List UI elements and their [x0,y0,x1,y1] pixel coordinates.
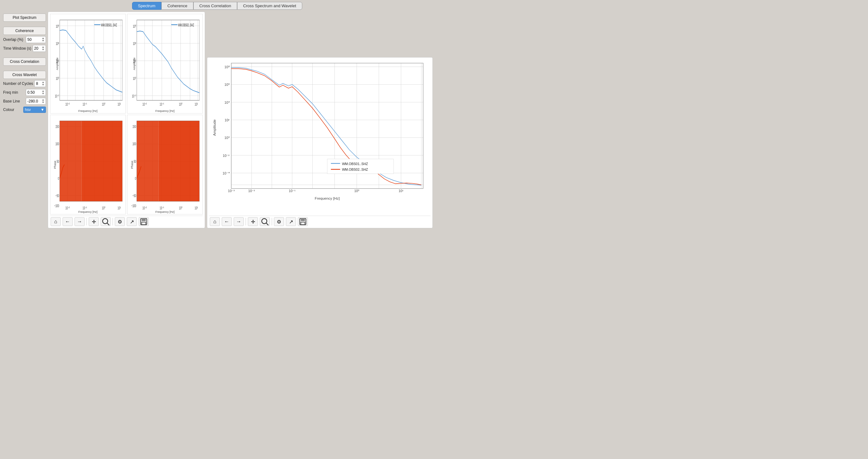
cross-correlation-button[interactable]: Cross Correlation [3,58,46,66]
back-button[interactable]: ← [63,217,73,226]
svg-text:WM.OBS01..SHZ: WM.OBS01..SHZ [101,23,117,27]
svg-text:10⁰: 10⁰ [224,136,230,140]
svg-text:10⁻¹: 10⁻¹ [289,189,296,193]
tab-coherence[interactable]: Coherence [161,2,193,10]
chart-bottom-left-xlabel: Frequency [Hz] [78,210,97,214]
chart-top-left-ylabel: Amplitude [56,57,59,70]
svg-text:50: 50 [134,159,136,164]
right-home-button[interactable]: ⌂ [210,217,220,226]
right-chart: 10⁸ 10⁶ 10⁴ 10² 10⁰ 10⁻² 10⁻⁴ 10⁻³ 10⁻² … [209,59,431,215]
num-cycles-down[interactable]: ▼ [42,84,44,86]
svg-text:10⁻²: 10⁻² [223,154,229,158]
settings-button[interactable]: ⚙ [115,217,125,226]
svg-rect-148 [301,219,305,221]
plot-spectrum-button[interactable]: Plot Spectrum [3,13,46,22]
svg-text:Frequency [Hz]: Frequency [Hz] [315,196,340,200]
svg-text:10⁴: 10⁴ [133,41,136,46]
svg-text:−100: −100 [131,204,136,208]
chart-top-left-xlabel: Frequency [Hz] [78,109,97,112]
right-toolbar-separator-2 [272,218,272,225]
svg-rect-75 [82,121,122,201]
right-zoom-button[interactable] [260,217,270,226]
svg-text:10⁰: 10⁰ [102,206,105,210]
svg-text:10⁰: 10⁰ [179,102,182,106]
svg-text:10⁰: 10⁰ [102,102,105,106]
time-window-down[interactable]: ▼ [42,48,44,51]
forward-button[interactable]: → [74,217,85,226]
right-forward-button[interactable]: → [234,217,244,226]
svg-rect-105 [142,219,146,221]
svg-text:−100: −100 [54,204,59,208]
svg-text:50: 50 [57,159,59,164]
time-window-input[interactable]: 20 ▲ ▼ [33,45,46,52]
svg-text:10⁻⁴: 10⁻⁴ [223,171,230,175]
svg-text:10⁻²: 10⁻² [248,189,255,193]
num-cycles-input[interactable]: 8 ▲ ▼ [34,80,46,87]
freq-min-label: Freq min [3,90,18,95]
svg-point-145 [262,219,267,224]
save-button[interactable] [139,217,149,226]
svg-text:WM.OBS01..SHZ: WM.OBS01..SHZ [342,162,368,166]
svg-rect-101 [159,121,199,201]
svg-line-103 [107,223,110,225]
tab-bar: Spectrum Coherence Cross Correlation Cro… [0,0,434,12]
right-settings-button[interactable]: ⚙ [274,217,284,226]
chart-bottom-right-xlabel: Frequency [Hz] [155,210,175,214]
zoom-button[interactable] [101,217,111,226]
svg-rect-138 [327,159,394,174]
right-pan-button[interactable]: ✛ [248,217,258,226]
svg-text:WM.OBS02..SHZ: WM.OBS02..SHZ [178,23,194,27]
colour-select[interactable]: hsv ▼ [23,106,46,113]
top-right-background [207,12,433,55]
svg-point-102 [102,219,107,224]
baseline-field: Base Line -280.0 ▲ ▼ [3,98,46,105]
svg-text:10²: 10² [224,118,229,122]
baseline-down[interactable]: ▼ [42,101,44,104]
freq-min-input[interactable]: 0.50 ▲ ▼ [26,89,46,96]
right-back-button[interactable]: ← [222,217,232,226]
svg-text:10⁻²: 10⁻² [132,94,136,98]
baseline-input[interactable]: -280.0 ▲ ▼ [26,98,46,105]
svg-text:10⁸: 10⁸ [224,65,230,69]
overlap-input[interactable]: 50 ▲ ▼ [26,36,46,43]
svg-text:10⁻³: 10⁻³ [228,189,235,193]
svg-text:10¹: 10¹ [195,102,198,106]
svg-text:Amplitude: Amplitude [212,120,216,136]
svg-text:10⁻²: 10⁻² [65,102,70,106]
cross-wavelet-button[interactable]: Cross Wavelet [3,71,46,79]
svg-text:10⁰: 10⁰ [56,76,59,81]
home-button[interactable]: ⌂ [51,217,61,226]
overlap-field: Overlap (%) 50 ▲ ▼ [3,36,46,43]
chart-bottom-right: 150 100 50 0 −50 −100 10⁻² 10⁻¹ 10⁰ 10¹ [127,115,203,215]
svg-text:10⁴: 10⁴ [56,41,59,46]
baseline-label: Base Line [3,99,20,103]
chart-bottom-right-ylabel: Phase [130,161,134,169]
svg-text:10⁴: 10⁴ [224,101,230,104]
chart-top-left: 10⁶ 10⁴ 10² 10⁰ 10⁻² 10⁻² 10⁻¹ 10⁰ 10¹ [50,14,126,113]
coherence-button[interactable]: Coherence [3,27,46,35]
svg-text:10⁰: 10⁰ [133,76,136,81]
right-save-button[interactable] [298,217,308,226]
tab-spectrum[interactable]: Spectrum [132,2,162,10]
overlap-down[interactable]: ▼ [42,40,44,42]
svg-text:10¹: 10¹ [118,102,121,106]
chart-top-right-ylabel: Amplitude [133,57,136,70]
right-chart-toolbar: ⌂ ← → ✛ ⚙ ↗ [209,216,431,227]
chart-top-right: 10⁶ 10⁴ 10² 10⁰ 10⁻² 10⁻² 10⁻¹ 10⁰ 10¹ W… [127,14,203,113]
svg-rect-74 [60,121,82,201]
colour-field: Colour hsv ▼ [3,106,46,113]
right-trend-button[interactable]: ↗ [286,217,296,226]
freq-min-down[interactable]: ▼ [42,92,44,95]
svg-text:10⁰: 10⁰ [354,189,360,193]
colour-label: Colour [3,107,14,112]
toolbar-separator-2 [113,218,113,225]
right-toolbar-separator-1 [246,218,246,225]
tab-cross-correlation[interactable]: Cross Correlation [193,2,237,10]
tab-cross-spectrum[interactable]: Cross Spectrum and Wavelet [237,2,302,10]
pan-button[interactable]: ✛ [89,217,99,226]
trend-button[interactable]: ↗ [127,217,137,226]
main-layout: Plot Spectrum Coherence Overlap (%) 50 ▲… [0,12,434,230]
sidebar: Plot Spectrum Coherence Overlap (%) 50 ▲… [1,12,48,228]
main-chart-panel: 10⁶ 10⁴ 10² 10⁰ 10⁻² 10⁻² 10⁻¹ 10⁰ 10¹ [48,12,205,228]
chart-bottom-left-ylabel: Phase [54,161,57,169]
